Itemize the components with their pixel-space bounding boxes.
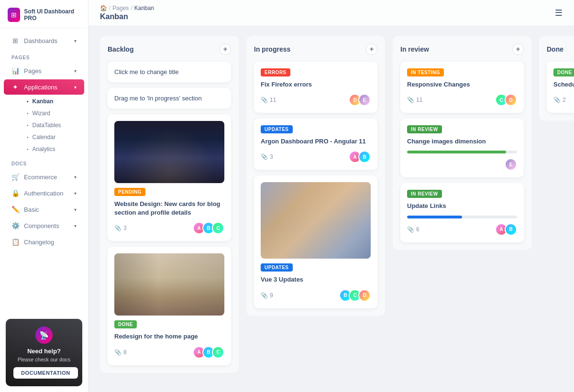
paperclip-icon: 📎 <box>261 292 268 299</box>
progress-bar <box>407 151 517 153</box>
card-title-redesign: Redesign for the home page <box>114 332 224 341</box>
page-title: Kanban <box>100 12 154 21</box>
card-avatars: C D <box>495 94 517 106</box>
sidebar-item-kanban[interactable]: Kanban <box>19 96 84 107</box>
sidebar-item-basic[interactable]: ✏️ Basic ▾ <box>4 202 84 217</box>
hamburger-menu-icon[interactable]: ☰ <box>555 8 563 18</box>
card-footer-redesign: 📎 8 A B C <box>114 346 224 359</box>
column-header-in-progress: In progress + <box>254 44 377 55</box>
sidebar-item-datatables[interactable]: DataTables <box>19 120 84 131</box>
breadcrumb-home-icon: 🏠 <box>100 5 107 11</box>
basic-label: Basic <box>24 206 39 213</box>
help-box: 📡 Need help? Please check our docs DOCUM… <box>6 319 82 386</box>
sidebar-item-ecommerce[interactable]: 🛒 Ecommerce ▾ <box>4 169 84 185</box>
card-drag-me[interactable]: Drag me to 'In progress' section <box>108 88 231 109</box>
applications-sub-nav: Kanban Wizard DataTables Calendar Analyt… <box>0 96 88 155</box>
sidebar-item-pages[interactable]: 📊 Pages ▾ <box>4 63 84 78</box>
card-change-images: IN REVIEW Change images dimension E <box>400 119 524 177</box>
progress-bar-fill <box>407 216 462 218</box>
card-title-responsive: Responsive Changes <box>407 80 517 89</box>
breadcrumb-sep: / <box>109 5 110 11</box>
sidebar-logo: ⊞ Soft UI Dashboard PRO <box>0 0 88 28</box>
applications-label: Applications <box>24 84 57 91</box>
card-update-links: IN REVIEW Update Links 📎 6 A B <box>400 183 524 242</box>
card-title-winter: Schedule winter campaign <box>553 80 574 89</box>
card-footer-responsive: 📎 11 C D <box>407 94 517 106</box>
card-badge-errors: ERRORS <box>261 68 290 76</box>
card-badge-in-review: IN REVIEW <box>407 190 442 198</box>
add-card-backlog-button[interactable]: + <box>220 44 231 55</box>
sidebar-item-changelog[interactable]: 📋 Changelog <box>4 234 84 250</box>
ecommerce-label: Ecommerce <box>24 174 57 181</box>
avatar: D <box>358 289 371 302</box>
documentation-button[interactable]: DOCUMENTATION <box>13 367 78 379</box>
card-badge-done: DONE <box>553 68 574 76</box>
pages-icon: 📊 <box>11 67 19 75</box>
avatar: E <box>505 158 517 171</box>
app-name: Soft UI Dashboard PRO <box>24 8 80 22</box>
card-image-office-bright <box>261 182 371 259</box>
topbar-title-block: 🏠 / Pages / Kanban Kanban <box>100 5 154 21</box>
card-attachments: 📎 9 <box>261 292 273 299</box>
card-responsive-changes: IN TESTING Responsive Changes 📎 11 C D <box>400 62 524 113</box>
add-card-in-progress-button[interactable]: + <box>366 44 377 55</box>
column-header-done: Done + <box>547 44 574 55</box>
components-icon: ⚙️ <box>11 222 19 229</box>
card-click-title[interactable] <box>108 62 231 82</box>
card-footer-images: E <box>407 158 517 171</box>
paperclip-icon: 📎 <box>261 97 268 103</box>
sidebar-item-authentication[interactable]: 🔒 Authentication ▾ <box>4 185 84 201</box>
ecommerce-icon: 🛒 <box>11 173 19 181</box>
help-description: Please check our docs <box>13 357 75 362</box>
attachment-count: 11 <box>270 97 276 103</box>
dashboards-label: Dashboards <box>24 37 57 44</box>
help-icon: 📡 <box>35 327 53 344</box>
sidebar-item-analytics[interactable]: Analytics <box>19 143 84 155</box>
column-in-progress: In progress + ERRORS Fix Firefox errors … <box>246 36 385 316</box>
card-avatars: A B <box>349 151 371 163</box>
card-badge-updates: UPDATES <box>261 263 293 272</box>
card-attachments: 📎 3 <box>261 153 273 160</box>
attachment-count: 11 <box>416 97 422 103</box>
logo-icon: ⊞ <box>8 8 20 22</box>
sidebar: ⊞ Soft UI Dashboard PRO ⊞ Dashboards ▾ P… <box>0 0 88 392</box>
column-header-in-review: In review + <box>400 44 524 55</box>
card-title-website-design: Website Design: New cards for blog secti… <box>114 200 224 217</box>
card-footer-website-design: 📎 3 A B C <box>114 222 224 234</box>
paperclip-icon: 📎 <box>114 225 121 231</box>
card-footer-argon: 📎 3 A B <box>261 151 371 163</box>
column-done: Done + DONE Schedule winter campaign 📎 2… <box>539 36 574 120</box>
card-attachments: 📎 11 <box>261 97 276 103</box>
chevron-down-icon: ▾ <box>74 207 77 212</box>
card-image-office-dark <box>114 121 224 183</box>
column-title-done: Done <box>547 45 563 53</box>
column-header-backlog: Backlog + <box>108 44 231 55</box>
card-footer-winter: 📎 2 C D <box>553 94 574 106</box>
card-title-input[interactable] <box>114 68 224 76</box>
sidebar-item-applications[interactable]: ✦ Applications ▾ <box>4 79 84 95</box>
card-vue3-updates: UPDATES Vue 3 Updates 📎 9 B C D <box>254 175 377 308</box>
chevron-down-icon: ▾ <box>74 68 77 74</box>
chevron-down-icon: ▾ <box>74 223 77 229</box>
pages-section-label: PAGES <box>0 49 88 62</box>
card-title-argon: Argon Dashboard PRO - Angular 11 <box>261 137 371 146</box>
card-redesign-home: DONE Redesign for the home page 📎 8 A B … <box>108 247 231 365</box>
sidebar-item-calendar[interactable]: Calendar <box>19 131 84 143</box>
progress-bar-fill <box>407 151 506 153</box>
card-badge-updates: UPDATES <box>261 125 293 133</box>
card-winter-campaign: DONE Schedule winter campaign 📎 2 C D <box>547 62 574 113</box>
card-badge-in-testing: IN TESTING <box>407 68 444 76</box>
add-card-in-review-button[interactable]: + <box>512 44 524 55</box>
changelog-icon: 📋 <box>11 238 19 246</box>
sidebar-item-wizard[interactable]: Wizard <box>19 108 84 119</box>
sidebar-item-components[interactable]: ⚙️ Components ▾ <box>4 218 84 233</box>
card-badge-done: DONE <box>114 320 137 328</box>
card-title-links: Update Links <box>407 202 517 210</box>
sidebar-item-dashboards[interactable]: ⊞ Dashboards ▾ <box>4 33 84 48</box>
column-backlog: Backlog + Drag me to 'In progress' secti… <box>100 36 239 373</box>
card-avatars: A B C <box>193 222 224 234</box>
auth-icon: 🔒 <box>11 189 19 197</box>
card-title-vue3: Vue 3 Updates <box>261 275 371 284</box>
paperclip-icon: 📎 <box>407 97 414 103</box>
paperclip-icon: 📎 <box>261 153 268 160</box>
